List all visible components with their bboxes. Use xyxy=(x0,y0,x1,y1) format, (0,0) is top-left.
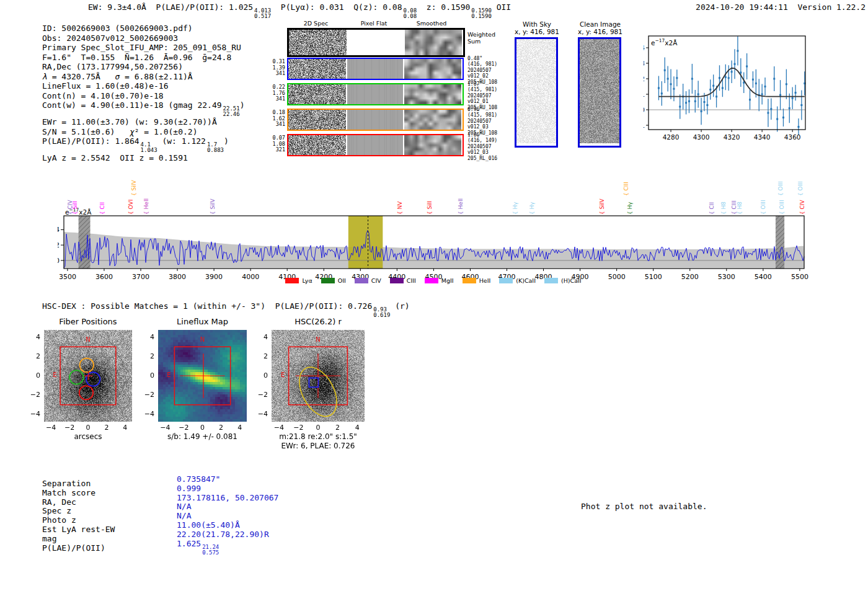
x-tick-label: 4 xyxy=(116,424,135,432)
info-block: ID: 5002669003 (5002669003.pdf)Obs: 2024… xyxy=(42,24,245,163)
legend-swatch xyxy=(463,278,476,283)
spectral-line-label: { OVI xyxy=(128,200,134,215)
y-tick-label: −4 xyxy=(25,410,40,418)
annotation-line: (415, 981) xyxy=(467,112,505,118)
flux-units-label: e−17x2Å xyxy=(651,38,677,47)
match-row-label: mag xyxy=(42,534,115,543)
value-range: 0.080.08 xyxy=(402,8,417,19)
match-row-value: 11.00(±5.40)Å xyxy=(177,520,278,530)
legend-label: CIII xyxy=(407,277,416,284)
svg-text:2: 2 xyxy=(58,241,60,249)
svg-text:E: E xyxy=(53,371,56,378)
zoom-spectrum-plot: 42804300432043404360−101234e−17x2Å xyxy=(644,32,811,150)
spectral-line-label: { SiII xyxy=(427,201,433,215)
legend-swatch xyxy=(544,278,558,283)
x-tick-label: 2 xyxy=(329,424,347,432)
match-row-value: N/A xyxy=(177,502,278,511)
legend-item: CIII xyxy=(390,277,416,284)
text-token: RA,Dec (173.177994,50.207256) xyxy=(42,62,183,71)
legend-swatch xyxy=(499,278,513,283)
text-token: 0.735847" xyxy=(177,474,220,484)
match-row-value: 0.735847" xyxy=(177,474,278,484)
y-tick-label: −2 xyxy=(140,391,154,399)
flat-image xyxy=(347,110,403,130)
annotation-line: 20240507 xyxy=(467,144,505,149)
x-tick-label: 0 xyxy=(309,424,327,432)
text-line: Cont(n) = 4.10(±0.70)e-18 xyxy=(42,91,245,101)
text-token: LineFlux = 1.60(±0.48)e-16 xyxy=(42,81,169,91)
spectral-line-label: { CII xyxy=(100,202,105,215)
range-low: 0.883 xyxy=(207,148,224,153)
text-token: (r) xyxy=(390,301,409,311)
legend-swatch xyxy=(425,278,438,283)
left-label-line: 321 xyxy=(267,147,285,153)
y-tick-label: 4 xyxy=(140,333,154,341)
fiber-positions-title: Fiber Positions xyxy=(38,317,138,326)
spectral-line-label: { HeII xyxy=(144,198,149,215)
spec2d-row-annotation: 0.48"(416, 981)20240507v012_02205_RU_108 xyxy=(467,56,505,85)
photz-note: Phot z plot not available. xyxy=(581,502,707,511)
flat-image xyxy=(348,30,404,55)
annotation-line: 20240507 xyxy=(467,68,505,73)
spectral-line-label: { Hγ xyxy=(513,202,518,215)
flat-image xyxy=(347,59,403,79)
match-row-label: P(LAE)/P(OII) xyxy=(42,543,115,553)
svg-text:N: N xyxy=(200,336,205,343)
match-row-label: Separation xyxy=(42,479,115,488)
y-tick-label: 2 xyxy=(140,352,154,360)
text-token: Obs: 20240507v012_5002669003 xyxy=(42,33,178,43)
left-label-line: 341 xyxy=(267,122,285,128)
noise-image xyxy=(288,135,346,155)
match-row-label: RA, Dec xyxy=(42,497,115,507)
annotation-line: 1.66" xyxy=(467,132,505,138)
y-tick-label: 0 xyxy=(25,371,40,380)
legend-swatch xyxy=(390,278,404,283)
spec2d-title-2dspec: 2D Spec xyxy=(287,20,345,27)
text-token: z: 0.1590 xyxy=(417,2,470,12)
legend-label: CIV xyxy=(371,277,381,284)
x-tick-label: −4 xyxy=(270,424,288,432)
smooth-image xyxy=(404,110,461,130)
legend-item: (K)CaII xyxy=(499,277,536,284)
text-line: EWr = 11.00(±3.70) (w: 9.30(±2.70))Å xyxy=(42,117,245,127)
spec2d-row-left-label: 0.221.76341 xyxy=(267,84,285,102)
value-range: 0.930.619 xyxy=(372,307,390,318)
noise-image xyxy=(288,84,346,104)
legend-label: OII xyxy=(338,277,346,284)
text-token: ² = 1.0(±0.2) xyxy=(135,127,198,136)
spectral-line-label: { SiIV xyxy=(600,198,605,215)
svg-text:−1: −1 xyxy=(644,122,645,129)
text-token: ID: 5002669003 (5002669003.pdf) xyxy=(42,24,193,33)
text-line: S/N = 5.1(±0.6) χ² = 1.0(±0.2) xyxy=(42,127,245,137)
flat-image xyxy=(347,84,403,104)
noise-image xyxy=(288,110,346,130)
value-range: 4.0130.517 xyxy=(253,8,271,19)
text-line: LineFlux = 1.60(±0.48)e-16 xyxy=(42,81,245,91)
svg-text:4: 4 xyxy=(58,226,60,234)
svg-text:N: N xyxy=(316,336,320,343)
spectral-line-label: { CIII xyxy=(624,182,629,196)
x-tick-label: 0 xyxy=(193,424,212,432)
x-tick-label: −4 xyxy=(156,424,174,432)
hsc-dex-line: HSC-DEX : Possible Matches = 1 (within +… xyxy=(42,301,410,318)
x-tick-label: 4 xyxy=(348,424,366,432)
y-tick-label: 4 xyxy=(25,333,40,341)
text-token: N/A xyxy=(177,511,191,520)
text-token: Primary Spec_Slot_IFU_AMP: 205_091_058_R… xyxy=(42,43,241,52)
spec2d-row-annotation: 1.66"(416, 149)20240507v012_03205_RL_016 xyxy=(467,132,505,161)
fiber-xlabel: arcsecs xyxy=(38,432,138,441)
withsky-image xyxy=(516,39,556,143)
text-line: ID: 5002669003 (5002669003.pdf) xyxy=(42,24,245,33)
smooth-image xyxy=(404,59,461,79)
spec2d-row-left-label: 0.071.08321 xyxy=(267,135,285,153)
text-token: χ xyxy=(130,127,135,136)
svg-text:N: N xyxy=(86,336,90,343)
hsc-overlay-svg: NE xyxy=(272,330,365,422)
legend-swatch xyxy=(321,278,335,283)
legend-item: MgII xyxy=(425,277,454,284)
clean-image xyxy=(580,39,619,143)
text-line: P(LAE)/P(OII): 1.8644.11.043 (w: 1.1221.… xyxy=(42,136,245,153)
smooth-image xyxy=(404,135,461,155)
legend-swatch xyxy=(355,278,368,283)
spectral-line-label: { OIII xyxy=(798,181,804,196)
